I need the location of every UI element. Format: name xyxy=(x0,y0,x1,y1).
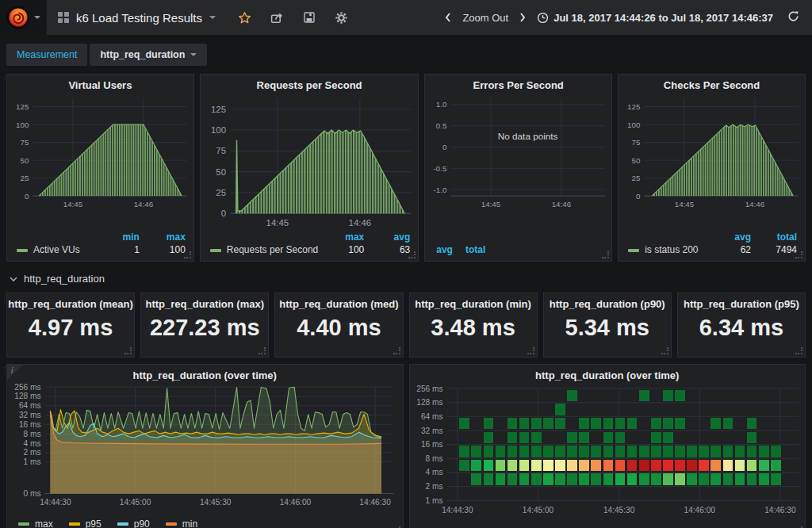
legend-stat-header[interactable]: total xyxy=(465,244,485,255)
panel-title[interactable]: Checks Per Second xyxy=(619,75,805,92)
save-button[interactable] xyxy=(303,11,316,24)
panel-legend: maxp95p90min xyxy=(7,518,403,528)
time-forward-button[interactable] xyxy=(518,12,527,23)
chevron-left-icon xyxy=(443,12,453,23)
panel-title[interactable]: http_req_duration (p90) xyxy=(544,293,671,311)
grafana-logo-icon xyxy=(6,6,30,29)
requests-per-second-chart[interactable]: 14:4514:461251007550250 xyxy=(201,92,418,231)
resize-handle[interactable] xyxy=(393,347,400,354)
panel-legend: avgtotalis status 200627494 xyxy=(619,231,805,261)
bottom-row: i http_req_duration (over time) 14:44:30… xyxy=(0,364,812,528)
resize-handle[interactable] xyxy=(527,347,534,354)
svg-text:14:45:30: 14:45:30 xyxy=(200,498,232,507)
legend-stat-value: 1 xyxy=(94,244,140,255)
duration-heatmap-chart[interactable]: 14:44:3014:45:0014:45:3014:46:0014:46:30… xyxy=(410,382,806,523)
panel-title[interactable]: http_req_duration (mean) xyxy=(7,293,134,311)
panel-duration-over-time-heatmap: http_req_duration (over time) 14:44:3014… xyxy=(409,364,806,528)
resize-handle[interactable] xyxy=(795,347,802,354)
panel-title[interactable]: http_req_duration (max) xyxy=(141,293,268,311)
legend-series-min[interactable]: min xyxy=(166,518,197,528)
resize-handle[interactable] xyxy=(795,251,802,258)
chevron-right-icon xyxy=(518,12,527,23)
dashboard-title-menu[interactable]: k6 Load Testing Results xyxy=(46,0,227,35)
checks-per-second-chart[interactable]: 14:4514:461251007550250 xyxy=(619,92,805,212)
svg-text:256 ms: 256 ms xyxy=(416,385,442,393)
settings-button[interactable] xyxy=(335,11,348,25)
svg-text:14:45: 14:45 xyxy=(675,200,695,209)
svg-text:14:46: 14:46 xyxy=(348,218,371,228)
time-back-button[interactable] xyxy=(443,12,453,23)
resize-handle[interactable] xyxy=(184,251,191,258)
svg-text:14:44:30: 14:44:30 xyxy=(442,506,473,515)
title-caret-icon xyxy=(209,16,216,19)
svg-text:14:46:30: 14:46:30 xyxy=(359,498,391,507)
legend-stat-value: 62 xyxy=(705,244,751,255)
panel-title[interactable]: Errors Per Second xyxy=(425,75,611,92)
share-button[interactable] xyxy=(270,11,284,25)
legend-series-name[interactable]: is status 200 xyxy=(628,244,705,255)
panel-legend: maxavgRequests per Second10063 xyxy=(201,231,418,261)
svg-text:75: 75 xyxy=(21,138,29,147)
legend-stat-header[interactable]: max xyxy=(318,231,364,243)
panel-title[interactable]: http_req_duration (p95) xyxy=(678,293,805,311)
panel-title[interactable]: http_req_duration (min) xyxy=(410,293,537,311)
svg-text:0.5: 0.5 xyxy=(436,121,447,130)
resize-handle[interactable] xyxy=(661,347,668,354)
svg-text:14:46: 14:46 xyxy=(552,200,571,209)
panel-duration-med: http_req_duration (med) 4.40 ms xyxy=(274,293,403,358)
svg-text:25: 25 xyxy=(21,174,29,182)
duration-over-time-chart[interactable]: 14:44:3014:45:0014:45:3014:46:0014:46:30… xyxy=(7,382,403,518)
legend-series-name[interactable]: Requests per Second xyxy=(210,244,318,255)
legend-series-p95[interactable]: p95 xyxy=(69,518,102,528)
save-icon xyxy=(303,11,316,24)
panel-title[interactable]: http_req_duration (over time) xyxy=(410,365,806,382)
legend-stat-value: 63 xyxy=(364,244,410,255)
legend-stat-header[interactable]: avg xyxy=(364,231,410,243)
panel-duration-min: http_req_duration (min) 3.48 ms xyxy=(409,293,538,358)
errors-per-second-chart[interactable]: 14:4514:461.00.50-0.5-1.0No data points xyxy=(425,92,611,212)
legend-series-p90[interactable]: p90 xyxy=(117,518,150,528)
panel-info-icon[interactable]: i xyxy=(7,365,23,381)
row-toggle-http-req-duration[interactable]: http_req_duration xyxy=(0,268,812,293)
variable-value-dropdown[interactable]: http_req_duration xyxy=(90,44,207,66)
svg-text:100: 100 xyxy=(16,121,29,129)
legend-stat-header[interactable]: min xyxy=(94,231,140,243)
legend-stat-header[interactable]: total xyxy=(751,231,797,243)
svg-text:64 ms: 64 ms xyxy=(19,401,41,410)
svg-text:16 ms: 16 ms xyxy=(420,440,442,449)
grafana-logo[interactable] xyxy=(0,0,46,35)
legend-series-max[interactable]: max xyxy=(18,518,53,528)
dashboard-icon xyxy=(58,12,69,23)
resize-handle[interactable] xyxy=(259,347,266,354)
resize-handle[interactable] xyxy=(408,251,416,258)
resize-handle[interactable] xyxy=(602,251,609,258)
legend-series-name[interactable]: Active VUs xyxy=(17,244,94,255)
svg-text:100: 100 xyxy=(211,125,226,135)
legend-stat-header[interactable]: avg xyxy=(705,231,751,243)
panel-duration-over-time-lines: i http_req_duration (over time) 14:44:30… xyxy=(6,364,404,528)
star-button[interactable] xyxy=(238,11,251,25)
stat-value: 227.23 ms xyxy=(141,315,268,341)
svg-text:0 ms: 0 ms xyxy=(24,489,41,498)
panel-title[interactable]: Requests per Second xyxy=(201,75,418,92)
time-range-text: Jul 18, 2017 14:44:26 to Jul 18, 2017 14… xyxy=(553,12,773,24)
svg-text:75: 75 xyxy=(216,146,226,155)
time-range-picker[interactable]: Jul 18, 2017 14:44:26 to Jul 18, 2017 14… xyxy=(537,12,773,24)
clock-icon xyxy=(537,12,549,24)
svg-text:1 ms: 1 ms xyxy=(24,457,41,466)
legend-stat-header[interactable]: max xyxy=(140,231,186,243)
svg-text:14:45:00: 14:45:00 xyxy=(522,506,553,515)
zoom-out-button[interactable]: Zoom Out xyxy=(462,12,508,24)
panel-title[interactable]: http_req_duration (med) xyxy=(275,293,402,311)
svg-text:-1.0: -1.0 xyxy=(434,186,447,194)
panel-title[interactable]: Virtual Users xyxy=(7,75,193,92)
panel-title[interactable]: http_req_duration (over time) xyxy=(7,365,403,382)
legend-stat-header[interactable]: avg xyxy=(436,244,453,255)
refresh-button[interactable] xyxy=(787,10,799,25)
svg-text:4 ms: 4 ms xyxy=(425,468,442,476)
svg-text:14:46:30: 14:46:30 xyxy=(764,506,796,515)
virtual-users-chart[interactable]: 14:4514:461251007550250 xyxy=(7,92,193,212)
svg-text:14:45:00: 14:45:00 xyxy=(120,498,151,507)
resize-handle[interactable] xyxy=(124,347,132,354)
svg-text:128 ms: 128 ms xyxy=(416,398,442,407)
